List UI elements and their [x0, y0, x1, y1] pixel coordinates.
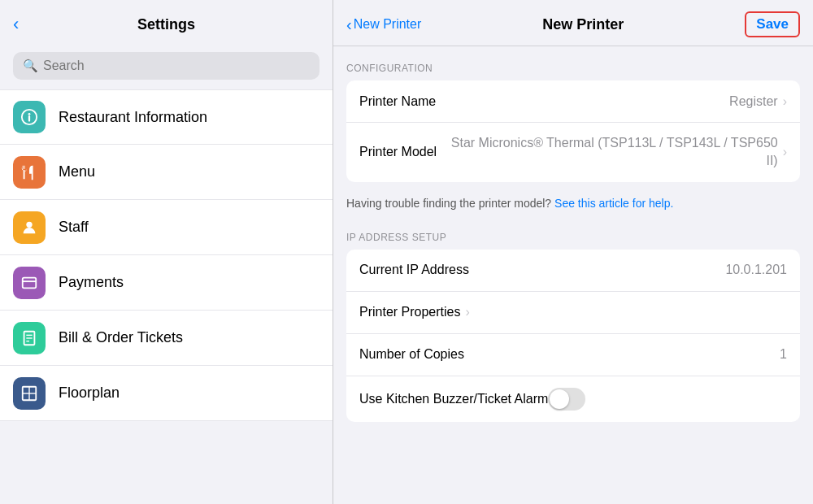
sidebar-item-staff[interactable]: Staff	[0, 200, 333, 255]
sidebar-item-bill-order-tickets[interactable]: Bill & Order Tickets	[0, 311, 333, 366]
section-label-configuration: CONFIGURATION	[333, 63, 813, 80]
sidebar-item-menu[interactable]: Menu	[0, 145, 333, 200]
search-bar-container: 🔍	[0, 46, 333, 89]
floorplan-label: Floorplan	[59, 385, 120, 402]
card-configuration: Printer NameRegister›Printer ModelStar M…	[346, 80, 800, 182]
left-panel: ‹ Settings 🔍 Restaurant InformationMenuS…	[0, 0, 333, 504]
row-printer-properties[interactable]: Printer Properties›	[346, 292, 800, 334]
help-text-configuration: Having trouble finding the printer model…	[333, 189, 813, 225]
card-ip-address-setup: Current IP Address10.0.1.201Printer Prop…	[346, 250, 800, 422]
help-link[interactable]: See this article for help.	[554, 197, 673, 210]
row-label-printer-model: Printer Model	[359, 145, 437, 159]
search-icon: 🔍	[23, 59, 38, 73]
row-value-current-ip: 10.0.1.201	[476, 263, 787, 277]
row-label-number-of-copies: Number of Copies	[359, 347, 464, 362]
row-value-printer-name: Register	[442, 94, 777, 109]
toggle-knob	[550, 389, 569, 409]
sidebar-item-payments[interactable]: Payments	[0, 255, 333, 311]
svg-point-2	[28, 113, 31, 115]
row-value-printer-model: Star Micronics® Thermal (TSP113L / TSP14…	[443, 134, 778, 171]
chevron-right-icon: ›	[783, 94, 787, 109]
svg-rect-4	[23, 277, 37, 288]
toggle-kitchen-buzzer[interactable]	[548, 388, 585, 411]
svg-point-3	[26, 221, 32, 227]
payments-label: Payments	[59, 274, 124, 291]
search-bar[interactable]: 🔍	[13, 52, 320, 80]
right-back-button[interactable]: ‹ New Printer	[346, 15, 421, 34]
sidebar-item-restaurant-info[interactable]: Restaurant Information	[0, 89, 333, 145]
sidebar-item-floorplan[interactable]: Floorplan	[0, 366, 333, 421]
restaurant-info-label: Restaurant Information	[59, 109, 207, 126]
save-button[interactable]: Save	[745, 11, 800, 37]
row-label-kitchen-buzzer: Use Kitchen Buzzer/Ticket Alarm	[359, 392, 548, 406]
row-label-printer-name: Printer Name	[359, 94, 436, 109]
staff-icon	[13, 211, 46, 244]
bill-order-tickets-icon	[13, 322, 46, 354]
row-printer-model[interactable]: Printer ModelStar Micronics® Thermal (TS…	[346, 123, 800, 182]
row-kitchen-buzzer[interactable]: Use Kitchen Buzzer/Ticket Alarm	[346, 376, 800, 422]
staff-label: Staff	[59, 219, 89, 236]
row-printer-name[interactable]: Printer NameRegister›	[346, 80, 800, 123]
search-input[interactable]	[43, 59, 310, 73]
restaurant-info-icon	[13, 101, 46, 133]
left-title: Settings	[137, 16, 195, 33]
menu-icon	[13, 156, 46, 189]
chevron-right-icon: ›	[783, 145, 787, 159]
floorplan-icon	[13, 377, 46, 410]
row-label-printer-properties: Printer Properties	[359, 305, 461, 319]
row-number-of-copies: Number of Copies1	[346, 334, 800, 376]
bill-order-tickets-label: Bill & Order Tickets	[59, 329, 183, 346]
left-back-button[interactable]: ‹	[13, 15, 19, 33]
chevron-left-icon: ‹	[346, 15, 352, 34]
right-back-label: New Printer	[354, 17, 422, 32]
payments-icon	[13, 267, 46, 299]
menu-label: Menu	[59, 163, 95, 180]
right-page-title: New Printer	[421, 16, 745, 33]
left-header: ‹ Settings	[0, 0, 333, 46]
right-content: CONFIGURATIONPrinter NameRegister›Printe…	[333, 46, 813, 504]
row-current-ip: Current IP Address10.0.1.201	[346, 250, 800, 292]
row-value-number-of-copies: 1	[471, 347, 787, 362]
right-panel: ‹ New Printer New Printer Save CONFIGURA…	[333, 0, 813, 504]
settings-list: Restaurant InformationMenuStaffPaymentsB…	[0, 89, 333, 504]
chevron-right-icon: ›	[466, 305, 470, 319]
right-header: ‹ New Printer New Printer Save	[333, 0, 813, 46]
row-label-current-ip: Current IP Address	[359, 263, 469, 277]
section-label-ip-address-setup: IP ADDRESS SETUP	[333, 232, 813, 250]
